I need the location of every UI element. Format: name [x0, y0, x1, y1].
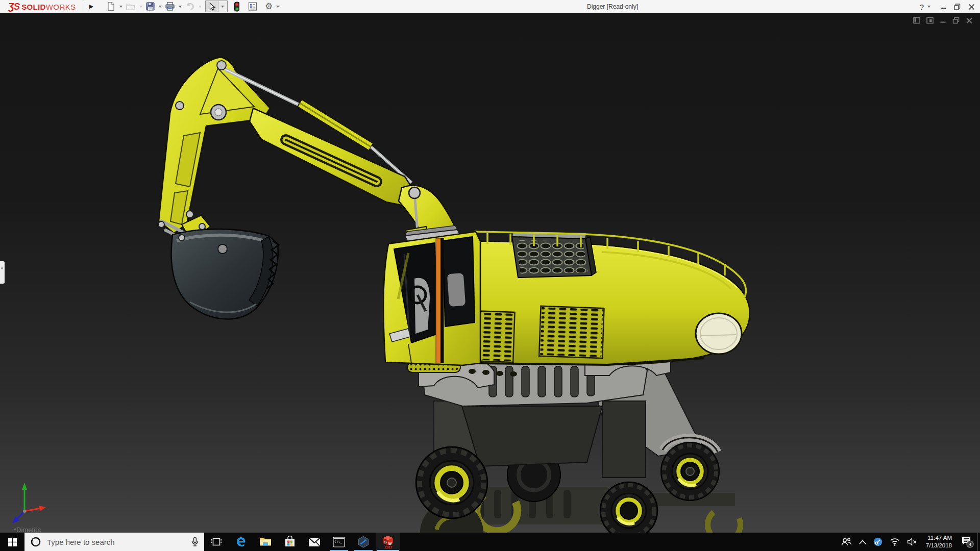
digger-model-canvas[interactable]: [0, 13, 980, 533]
svg-text:2017: 2017: [385, 545, 393, 549]
task-view-icon: [211, 537, 222, 546]
file-properties-icon: [248, 2, 258, 11]
taskbar-app-mail[interactable]: [302, 533, 327, 551]
window-controls: ?: [920, 0, 975, 13]
title-bar: ƷSSOLIDWORKS ▶: [0, 0, 980, 13]
action-center-icon: 4: [961, 536, 974, 548]
mail-icon: [308, 537, 321, 547]
new-document-icon: [106, 2, 116, 11]
taskbar-app-edge[interactable]: [229, 533, 253, 551]
minimize-button[interactable]: [940, 4, 946, 10]
chevron-up-icon: [859, 540, 866, 544]
new-document-button[interactable]: [105, 1, 117, 12]
print-button[interactable]: [164, 1, 176, 12]
document-title: Digger [Read-only]: [587, 3, 638, 10]
select-tool-button[interactable]: [206, 1, 218, 12]
menu-expand-arrow[interactable]: ▶: [86, 0, 97, 13]
command-prompt-icon: C:\_: [333, 537, 345, 547]
clock-time: 11:47 AM: [927, 534, 952, 542]
speaker-muted-icon: [907, 538, 917, 546]
svg-text:C:\_: C:\_: [335, 539, 342, 543]
solidworks-2017-icon: S W 2017: [381, 535, 395, 549]
start-button[interactable]: [0, 533, 24, 551]
solidworks-window: ƷSSOLIDWORKS ▶: [0, 0, 980, 551]
taskbar-app-solidworks[interactable]: S W 2017: [376, 533, 400, 551]
file-explorer-icon: [259, 537, 272, 547]
cortana-icon: [31, 537, 41, 547]
restore-button[interactable]: [954, 4, 961, 10]
microsoft-store-icon: [284, 536, 296, 548]
clock-date: 7/13/2018: [926, 542, 952, 549]
solidworks-logo: ƷSSOLIDWORKS: [8, 1, 76, 12]
orientation-triad: [9, 481, 49, 524]
undo-icon: [185, 2, 195, 11]
taskbar-search[interactable]: [24, 533, 204, 551]
hidden-icons-button[interactable]: [855, 533, 870, 551]
child-restore-button[interactable]: [952, 17, 960, 24]
network-button[interactable]: [886, 533, 903, 551]
notification-badge: 4: [969, 542, 971, 547]
options-dropdown[interactable]: [276, 6, 279, 8]
rebuild-traffic-light-icon: [233, 2, 240, 12]
quick-access-toolbar: ⚙: [105, 0, 281, 13]
open-dropdown[interactable]: [139, 6, 142, 8]
microsoft-edge-icon: [235, 536, 247, 548]
child-minimize-button[interactable]: [940, 17, 946, 24]
pane-toggle-icon[interactable]: [913, 17, 920, 24]
dassault-3ds-glyph: ƷS: [8, 1, 19, 12]
people-button[interactable]: [837, 533, 855, 551]
toolbar-separator: [83, 1, 83, 12]
system-tray: 11:47 AM 7/13/2018 4: [837, 533, 980, 551]
select-tool-dropdown[interactable]: [218, 1, 227, 12]
taskbar-app-file-explorer[interactable]: [253, 533, 278, 551]
pane-toggle2-icon[interactable]: [926, 17, 934, 24]
security-key-button[interactable]: [870, 533, 886, 551]
windows-logo-icon: [8, 538, 17, 546]
key-tray-icon: [873, 537, 883, 546]
help-dropdown[interactable]: [927, 6, 930, 8]
document-window-controls: [913, 17, 973, 24]
close-button[interactable]: [968, 4, 975, 10]
svg-text:W: W: [388, 541, 392, 545]
excavator-cab[interactable]: [383, 226, 480, 365]
taskbar-app-command-prompt[interactable]: C:\_: [327, 533, 351, 551]
print-dropdown[interactable]: [179, 6, 182, 8]
feature-manager-collapsed-tab[interactable]: [0, 261, 5, 284]
rebuild-button[interactable]: [232, 1, 241, 12]
save-dropdown[interactable]: [159, 6, 162, 8]
svg-text:S: S: [384, 540, 387, 544]
select-tool-group: [205, 1, 228, 12]
wifi-icon: [890, 538, 900, 546]
view-orientation-label: *Dimetric: [14, 527, 41, 533]
microphone-icon[interactable]: [191, 537, 199, 547]
undo-button[interactable]: [184, 1, 196, 12]
options-button[interactable]: ⚙: [264, 1, 274, 12]
taskbar-app-edrawings[interactable]: [351, 533, 376, 551]
save-icon: [145, 2, 155, 11]
edrawings-hexagon-icon: [357, 536, 370, 548]
undo-dropdown[interactable]: [199, 6, 202, 8]
graphics-viewport[interactable]: *Dimetric: [0, 13, 980, 533]
search-input[interactable]: [47, 538, 191, 546]
taskbar-clock[interactable]: 11:47 AM 7/13/2018: [921, 534, 957, 549]
wheel-rear-right[interactable]: [661, 442, 719, 500]
wheel-front-left[interactable]: [416, 447, 487, 518]
print-icon: [165, 2, 175, 11]
child-close-button[interactable]: [966, 17, 973, 24]
new-document-dropdown[interactable]: [119, 6, 122, 8]
action-center-button[interactable]: 4: [957, 533, 977, 551]
file-properties-button[interactable]: [247, 1, 259, 12]
windows-taskbar: C:\_ S W 2017: [0, 533, 980, 551]
open-folder-icon: [126, 2, 136, 11]
help-button[interactable]: ?: [920, 3, 924, 11]
save-button[interactable]: [144, 1, 156, 12]
options-gear-icon: ⚙: [265, 2, 273, 11]
open-button[interactable]: [125, 1, 137, 12]
wheel-front-right[interactable]: [600, 482, 657, 533]
taskbar-app-store[interactable]: [278, 533, 302, 551]
show-desktop-button[interactable]: [977, 533, 980, 551]
select-cursor-icon: [207, 2, 216, 11]
volume-button[interactable]: [903, 533, 921, 551]
task-view-button[interactable]: [204, 533, 229, 551]
people-icon: [841, 537, 852, 546]
